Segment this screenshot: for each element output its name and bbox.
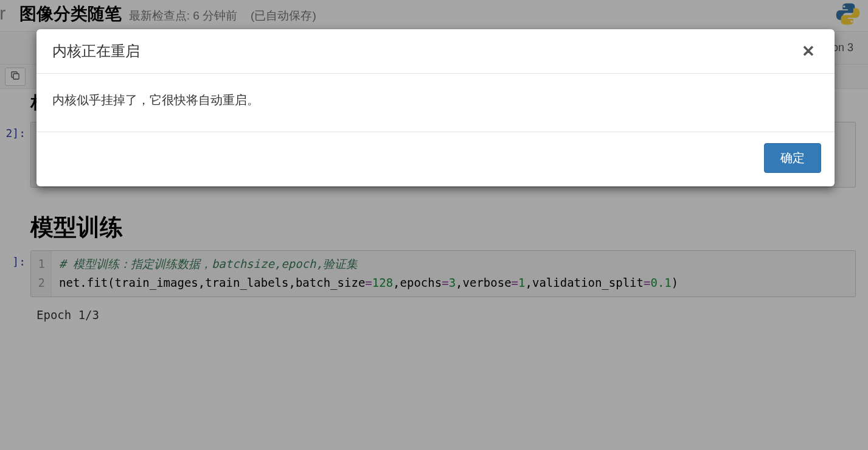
close-icon: ✕ [802,42,815,60]
close-button[interactable]: ✕ [798,43,819,60]
kernel-restart-dialog: 内核正在重启 ✕ 内核似乎挂掉了，它很快将自动重启。 确定 [36,29,835,186]
dialog-title: 内核正在重启 [52,41,140,61]
ok-button[interactable]: 确定 [764,143,821,173]
dialog-body: 内核似乎挂掉了，它很快将自动重启。 [36,74,835,132]
dialog-footer: 确定 [36,132,835,186]
dialog-header: 内核正在重启 ✕ [36,29,835,74]
